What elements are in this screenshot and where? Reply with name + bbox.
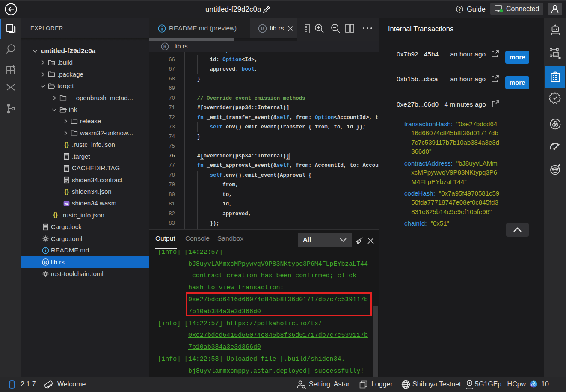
svg-text:R: R xyxy=(163,44,167,49)
svg-text:?: ? xyxy=(459,6,461,12)
svg-text:R: R xyxy=(261,25,264,31)
